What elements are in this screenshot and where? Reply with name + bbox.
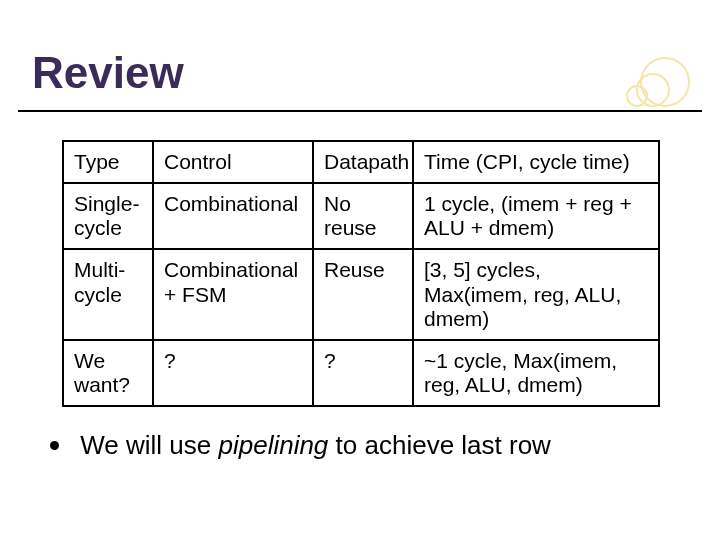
cell-type: Single-cycle xyxy=(63,183,153,249)
slide-title: Review xyxy=(32,48,184,98)
header-type: Type xyxy=(63,141,153,183)
slide: Review Type Control Datapath Time (CPI, … xyxy=(0,0,720,540)
header-datapath: Datapath xyxy=(313,141,413,183)
table-row: Single-cycle Combinational No reuse 1 cy… xyxy=(63,183,659,249)
table-header-row: Type Control Datapath Time (CPI, cycle t… xyxy=(63,141,659,183)
decorative-circles-icon xyxy=(620,55,692,105)
cell-datapath: Reuse xyxy=(313,249,413,339)
cell-control: ? xyxy=(153,340,313,406)
bullet-item: We will use pipelining to achieve last r… xyxy=(50,428,680,461)
bullet-text: We will use pipelining to achieve last r… xyxy=(80,430,551,460)
bullet-text-post: to achieve last row xyxy=(328,430,551,460)
bullet-text-pre: We will use xyxy=(80,430,218,460)
review-table: Type Control Datapath Time (CPI, cycle t… xyxy=(62,140,658,407)
cell-datapath: ? xyxy=(313,340,413,406)
cell-control: Combinational + FSM xyxy=(153,249,313,339)
cell-datapath: No reuse xyxy=(313,183,413,249)
header-control: Control xyxy=(153,141,313,183)
cell-time: 1 cycle, (imem + reg + ALU + dmem) xyxy=(413,183,659,249)
cell-time: ~1 cycle, Max(imem, reg, ALU, dmem) xyxy=(413,340,659,406)
cell-control: Combinational xyxy=(153,183,313,249)
header-time: Time (CPI, cycle time) xyxy=(413,141,659,183)
table-row: We want? ? ? ~1 cycle, Max(imem, reg, AL… xyxy=(63,340,659,406)
bullet-icon xyxy=(50,441,59,450)
cell-time: [3, 5] cycles, Max(imem, reg, ALU, dmem) xyxy=(413,249,659,339)
cell-type: Multi-cycle xyxy=(63,249,153,339)
bullet-text-em: pipelining xyxy=(218,430,328,460)
table-row: Multi-cycle Combinational + FSM Reuse [3… xyxy=(63,249,659,339)
title-divider xyxy=(18,110,702,112)
cell-type: We want? xyxy=(63,340,153,406)
